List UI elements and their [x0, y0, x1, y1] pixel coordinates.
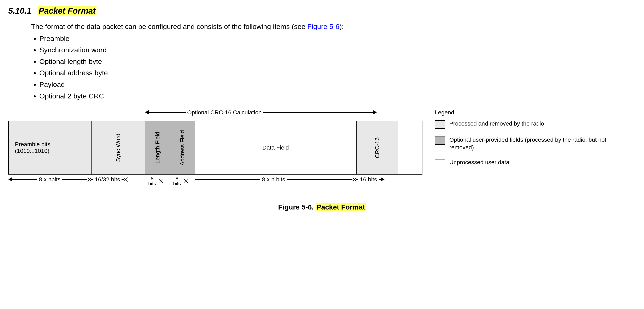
list-item: Optional address byte: [39, 68, 636, 78]
dim-preamble: 8 x nbits: [8, 176, 91, 183]
dim-sync-label: 16/32 bits: [93, 176, 122, 183]
legend-text: Unprocessed user data: [449, 159, 510, 166]
intro-paragraph: The format of the data packet can be con…: [31, 22, 636, 32]
legend-swatch-white: [435, 159, 445, 167]
crc-span-indicator: Optional CRC-16 Calculation: [145, 109, 377, 116]
crc-span-label: Optional CRC-16 Calculation: [186, 109, 263, 116]
item-list: Preamble Synchronization word Optional l…: [39, 34, 636, 101]
legend-row: Processed and removed by the radio.: [435, 120, 636, 129]
dim-tick-icon: [352, 178, 356, 181]
field-preamble: Preamble bits (1010...1010): [9, 121, 92, 174]
packet-diagram: Optional CRC-16 Calculation Preamble bit…: [8, 109, 422, 193]
dim-address: 8 bits: [170, 176, 195, 186]
dim-length-bot: bits: [148, 181, 156, 186]
preamble-line1: Preamble bits: [15, 141, 50, 148]
legend-text: Optional user-provided fields (processed…: [449, 136, 607, 151]
legend-swatch-light: [435, 120, 445, 129]
legend-text: Processed and removed by the radio.: [449, 120, 546, 127]
legend-swatch-dark: [435, 136, 445, 145]
list-item: Optional length byte: [39, 57, 636, 67]
dimensions-row: 8 x nbits 16/32 bits 8 bits: [8, 176, 422, 193]
list-item: Payload: [39, 80, 636, 90]
dim-address-top: 8: [176, 176, 178, 181]
figure-caption: Figure 5-6. Packet Format: [8, 203, 636, 211]
intro-before: The format of the data packet can be con…: [31, 22, 307, 30]
dim-length: 8 bits: [145, 176, 170, 186]
arrow-left-icon: [8, 176, 12, 183]
preamble-line2: (1010...1010): [15, 148, 50, 154]
field-data: Data Field: [195, 121, 356, 174]
arrow-right-icon: [373, 109, 377, 116]
legend-row: Optional user-provided fields (processed…: [435, 136, 636, 151]
field-length: Length Field: [145, 121, 170, 174]
crc-label: CRC-16: [374, 137, 380, 158]
legend-title: Legend:: [435, 109, 636, 116]
section-heading: 5.10.1 Packet Format: [8, 6, 636, 15]
dim-preamble-label: 8 x nbits: [37, 176, 62, 183]
list-item: Preamble: [39, 34, 636, 44]
dim-data-label: 8 x n bits: [260, 176, 287, 183]
length-label: Length Field: [154, 132, 161, 164]
dim-tick-icon: [159, 179, 163, 183]
list-item: Optional 2 byte CRC: [39, 91, 636, 101]
section-title: Packet Format: [38, 6, 96, 15]
caption-prefix: Figure 5-6.: [278, 203, 316, 211]
figure-link[interactable]: Figure 5-6: [307, 22, 340, 30]
dim-crc: 16 bits: [356, 176, 398, 183]
dim-tick-icon: [124, 178, 127, 181]
data-label: Data Field: [262, 144, 289, 151]
sync-label: Sync Word: [115, 134, 122, 162]
field-sync: Sync Word: [92, 121, 145, 174]
arrow-left-icon: [145, 109, 149, 116]
legend-row: Unprocessed user data: [435, 159, 636, 167]
field-address: Address Field: [170, 121, 195, 174]
legend: Legend: Processed and removed by the rad…: [435, 109, 636, 175]
dim-tick-icon: [88, 178, 91, 181]
intro-after: ):: [340, 22, 344, 30]
dim-address-bot: bits: [173, 181, 181, 186]
list-item: Synchronization word: [39, 45, 636, 55]
dim-length-top: 8: [151, 176, 154, 181]
dim-crc-label: 16 bits: [358, 176, 379, 183]
field-crc: CRC-16: [356, 121, 398, 174]
address-label: Address Field: [179, 130, 186, 165]
caption-title: Packet Format: [316, 203, 366, 211]
dim-sync: 16/32 bits: [91, 176, 145, 183]
packet-fields-row: Preamble bits (1010...1010) Sync Word Le…: [8, 121, 422, 175]
arrow-right-icon: [381, 176, 384, 183]
dim-tick-icon: [184, 179, 188, 183]
section-number: 5.10.1: [8, 6, 36, 15]
dim-data: 8 x n bits: [195, 176, 356, 183]
